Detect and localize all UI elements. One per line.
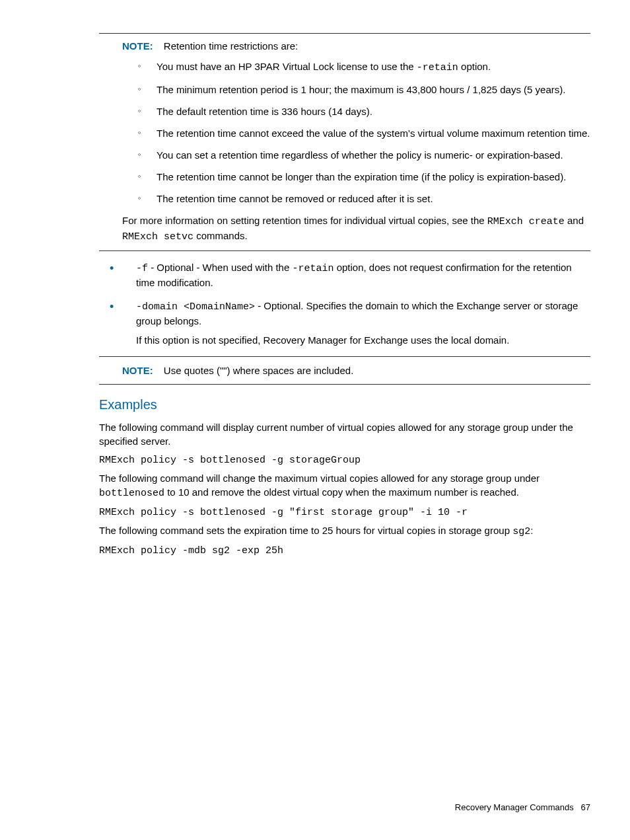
- note-bullet-item: The retention time cannot exceed the val…: [138, 126, 590, 140]
- example-para: The following command sets the expiratio…: [99, 523, 590, 539]
- note-label: NOTE:: [122, 365, 153, 376]
- footer-section-title: Recovery Manager Commands: [455, 802, 574, 812]
- note-bullet-item: You must have an HP 3PAR Virtual Lock li…: [138, 59, 590, 75]
- example-command: RMExch policy -s bottlenosed -g "first s…: [99, 506, 590, 519]
- note-quotes: NOTE: Use quotes ("") where spaces are i…: [99, 356, 590, 385]
- page-footer: Recovery Manager Commands 67: [455, 802, 590, 814]
- note-text: Use quotes ("") where spaces are include…: [164, 365, 353, 376]
- examples-heading: Examples: [99, 395, 590, 414]
- note-closing-para: For more information on setting retentio…: [122, 213, 590, 244]
- note-bullet-item: The minimum retention period is 1 hour; …: [138, 83, 590, 96]
- example-para: The following command will display curre…: [99, 420, 590, 448]
- note-bullet-list: You must have an HP 3PAR Virtual Lock li…: [122, 59, 590, 206]
- example-para: The following command will change the ma…: [99, 471, 590, 500]
- example-command: RMExch policy -mdb sg2 -exp 25h: [99, 544, 590, 558]
- note-bullet-item: You can set a retention time regardless …: [138, 148, 590, 162]
- note-bullet-item: The retention time cannot be removed or …: [138, 192, 590, 206]
- option-item-f: -f - Optional - When used with the -reta…: [99, 260, 590, 289]
- note-intro-text: Retention time restrictions are:: [164, 40, 298, 52]
- note-intro-line: NOTE: Retention time restrictions are:: [122, 39, 590, 53]
- option-item-domain: -domain <DomainName> - Optional. Specifi…: [99, 299, 590, 347]
- note-retention-restrictions: NOTE: Retention time restrictions are: Y…: [99, 33, 590, 251]
- note-bullet-item: The retention time cannot be longer than…: [138, 170, 590, 184]
- note-bullet-item: The default retention time is 336 hours …: [138, 104, 590, 118]
- example-command: RMExch policy -s bottlenosed -g storageG…: [99, 453, 590, 467]
- options-bullet-list: -f - Optional - When used with the -reta…: [99, 260, 590, 347]
- page-number: 67: [581, 802, 590, 812]
- note-label: NOTE:: [122, 40, 153, 52]
